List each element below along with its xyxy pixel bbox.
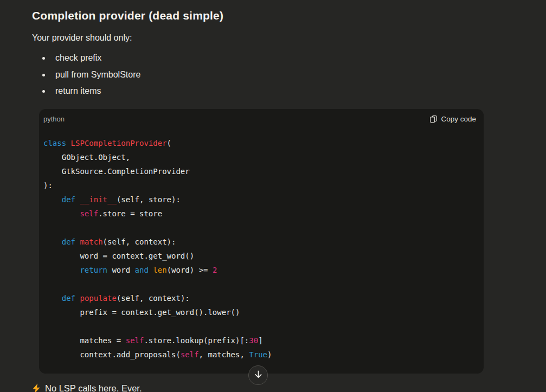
chat-message-content: Completion provider (dead simple) Your p… xyxy=(0,0,546,392)
code-content: class LSPCompletionProvider( GObject.Obj… xyxy=(39,123,484,362)
code-line: def populate(self, context): xyxy=(43,291,476,305)
code-line: self.store = store xyxy=(43,207,476,221)
code-line xyxy=(43,319,476,333)
footer-note: No LSP calls here. Ever. xyxy=(31,383,546,392)
copy-code-label: Copy code xyxy=(441,115,476,123)
code-line: return word and len(word) >= 2 xyxy=(43,263,476,277)
list-item: check prefix xyxy=(32,50,546,67)
intro-text: Your provider should only: xyxy=(32,32,546,43)
code-line: word = context.get_word() xyxy=(43,249,476,263)
code-line xyxy=(43,277,476,291)
bullet-list: check prefixpull from SymbolStorereturn … xyxy=(32,50,546,100)
code-line: ): xyxy=(43,178,476,192)
code-line: def match(self, context): xyxy=(43,235,476,249)
footer-text: No LSP calls here. Ever. xyxy=(45,383,142,392)
code-language-label: python xyxy=(43,115,65,123)
arrow-down-icon xyxy=(254,370,263,381)
lightning-emoji-icon xyxy=(31,383,41,392)
code-block-header: python Copy code xyxy=(39,109,484,123)
code-line: GObject.Object, xyxy=(43,150,476,164)
copy-icon xyxy=(429,115,438,123)
code-line: class LSPCompletionProvider( xyxy=(43,136,476,150)
copy-code-button[interactable]: Copy code xyxy=(429,115,476,123)
code-line: prefix = context.get_word().lower() xyxy=(43,305,476,319)
code-line xyxy=(43,221,476,235)
code-block: python Copy code class LSPCompletionProv… xyxy=(39,109,484,374)
code-line: def __init__(self, store): xyxy=(43,192,476,207)
list-item: return items xyxy=(32,83,546,100)
code-line: context.add_proposals(self, matches, Tru… xyxy=(43,348,476,362)
code-line: matches = self.store.lookup(prefix)[:30] xyxy=(43,333,476,348)
page-title: Completion provider (dead simple) xyxy=(32,8,546,23)
scroll-to-bottom-button[interactable] xyxy=(248,365,268,385)
list-item: pull from SymbolStore xyxy=(32,67,546,83)
code-line: GtkSource.CompletionProvider xyxy=(43,164,476,178)
